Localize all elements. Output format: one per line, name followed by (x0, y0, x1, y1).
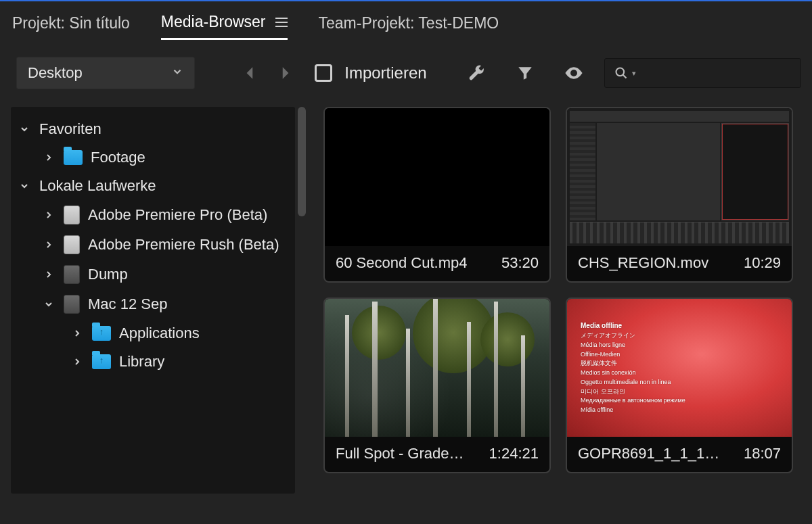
tab-media-browser[interactable]: Media-Browser (161, 13, 288, 40)
folder-icon (92, 354, 111, 369)
wrench-icon[interactable] (465, 62, 488, 85)
svg-line-2 (623, 75, 626, 78)
media-item[interactable]: 60 Second Cut.mp4 53:20 (323, 107, 551, 283)
tree-item-label: Applications (119, 325, 200, 342)
chevron-right-icon (70, 328, 84, 339)
tree-item-drive[interactable]: Adobe Premiere Rush (Beta) (11, 230, 295, 260)
drive-icon (64, 206, 80, 224)
ingest-checkbox[interactable] (315, 64, 332, 82)
chevron-down-icon (18, 124, 31, 135)
tree-item-label: Adobe Premiere Rush (Beta) (88, 236, 279, 254)
folder-icon (64, 150, 83, 165)
media-item[interactable]: CHS_REGION.mov 10:29 (566, 107, 793, 283)
media-name: GOPR8691_1_1_1… (578, 445, 719, 462)
tree-item-footage[interactable]: Footage (11, 143, 295, 172)
chevron-down-icon (42, 299, 55, 310)
search-icon (614, 66, 628, 80)
media-duration: 10:29 (744, 254, 781, 272)
tree-item-drive[interactable]: Dump (11, 260, 295, 289)
folder-icon (92, 326, 111, 341)
media-grid: 60 Second Cut.mp4 53:20 CHS_REGION.mov 1… (315, 107, 812, 524)
media-duration: 1:24:21 (489, 445, 539, 462)
drive-icon (64, 265, 80, 284)
location-dropdown-label: Desktop (28, 64, 83, 82)
svg-point-0 (572, 72, 575, 75)
tree-item-folder[interactable]: Library (11, 348, 295, 376)
drive-icon (64, 295, 80, 314)
sidebar-vertical-scrollbar[interactable] (296, 107, 307, 494)
media-thumbnail (567, 108, 792, 246)
chevron-down-icon (18, 181, 31, 191)
media-duration: 53:20 (501, 254, 539, 272)
nav-back-button[interactable] (239, 62, 261, 85)
search-input[interactable] (641, 66, 791, 80)
tree-section-local-drives[interactable]: Lokale Laufwerke (11, 172, 295, 200)
tree-section-label: Lokale Laufwerke (39, 177, 156, 195)
media-duration: 18:07 (744, 445, 781, 462)
media-name: CHS_REGION.mov (578, 254, 708, 272)
tree-item-drive-expanded[interactable]: Mac 12 Sep (11, 289, 295, 319)
panel-tabs: Projekt: Sin título Media-Browser Team-P… (0, 1, 812, 42)
media-item[interactable]: Full Spot - Grade… 1:24:21 (323, 297, 551, 473)
tree-item-label: Mac 12 Sep (88, 295, 167, 313)
media-thumbnail (325, 108, 549, 246)
tab-team-project[interactable]: Team-Projekt: Test-DEMO (319, 14, 499, 39)
toolbar: Desktop Importieren ▾ (0, 42, 812, 100)
search-options-chevron-icon[interactable]: ▾ (632, 69, 636, 78)
chevron-right-icon (42, 269, 55, 280)
tree-section-label: Favoriten (39, 120, 102, 138)
tree-item-label: Footage (91, 149, 145, 166)
tab-media-browser-label: Media-Browser (161, 13, 266, 31)
tree-section-favorites[interactable]: Favoriten (11, 115, 295, 143)
media-thumbnail: Media offline メディアオフライン Média hors ligne… (567, 299, 792, 437)
media-name: 60 Second Cut.mp4 (336, 254, 467, 272)
search-box[interactable]: ▾ (604, 58, 801, 88)
media-offline-placeholder: Media offline メディアオフライン Média hors ligne… (567, 299, 792, 437)
content-area: Favoriten Footage Lokale Laufwerke Adobe… (0, 100, 812, 524)
import-label: Importieren (344, 64, 426, 82)
tree-item-label: Library (119, 353, 164, 371)
chevron-down-icon (171, 64, 183, 82)
filter-icon[interactable] (514, 62, 537, 85)
tree-item-label: Adobe Premiere Pro (Beta) (88, 206, 267, 224)
chevron-right-icon (70, 356, 84, 367)
drive-icon (64, 235, 80, 254)
media-item[interactable]: Media offline メディアオフライン Média hors ligne… (566, 297, 793, 473)
chevron-right-icon (42, 210, 55, 220)
folder-tree-sidebar: Favoriten Footage Lokale Laufwerke Adobe… (11, 107, 295, 494)
nav-forward-button[interactable] (273, 62, 296, 85)
tree-item-label: Dump (88, 266, 128, 283)
media-name: Full Spot - Grade… (336, 445, 464, 462)
tab-project[interactable]: Projekt: Sin título (12, 14, 130, 39)
tree-item-folder[interactable]: Applications (11, 319, 295, 348)
import-group: Importieren (315, 64, 426, 82)
svg-point-1 (616, 68, 624, 76)
chevron-right-icon (42, 239, 55, 250)
location-dropdown[interactable]: Desktop (16, 57, 195, 89)
tree-item-drive[interactable]: Adobe Premiere Pro (Beta) (11, 200, 295, 230)
panel-menu-icon[interactable] (275, 18, 288, 27)
media-thumbnail (325, 299, 549, 437)
eye-icon[interactable] (562, 62, 585, 85)
chevron-right-icon (42, 152, 55, 163)
